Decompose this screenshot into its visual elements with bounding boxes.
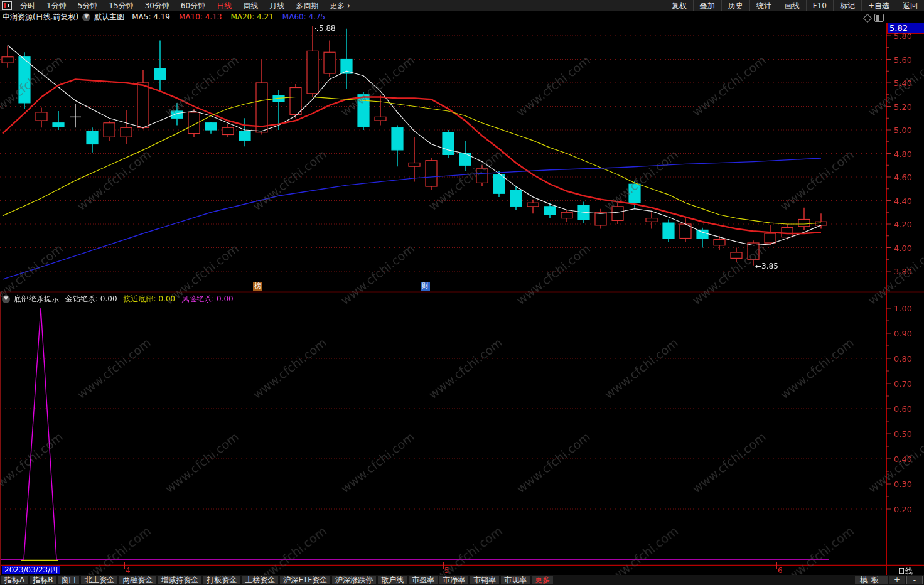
indicator-tab-市销率[interactable]: 市销率 <box>470 576 499 584</box>
toolbar-item-+自选[interactable]: +自选 <box>861 0 896 11</box>
ma-value-label-1: MA5: 4.19 <box>132 13 170 21</box>
indicator-axis-label: 0.20 <box>894 505 923 514</box>
toolbar-menu: 复权叠加历史统计画线F10标记+自选返回 <box>665 0 924 11</box>
titlebar: 中润资源(日线.前复权) ▼ 默认主图 MA5: 4.19MA10: 4.13M… <box>0 11 924 23</box>
main-layout-label[interactable]: 默认主图 <box>94 12 124 23</box>
candle-body <box>375 117 386 121</box>
candle-body <box>443 132 454 155</box>
toolbar-item-返回[interactable]: 返回 <box>896 0 924 11</box>
indicator-axis-label: 0.30 <box>894 480 923 489</box>
period-menu: 分时1分钟5分钟15分钟30分钟60分钟日线周线月线多周期更多 › <box>0 0 356 11</box>
chevron-down-icon[interactable]: ▼ <box>82 13 90 21</box>
indicator-tab-沪深ETF资金[interactable]: 沪深ETF资金 <box>280 576 330 584</box>
price-axis-label: 4.00 <box>894 244 923 253</box>
period-menu-item-9[interactable]: 月线 <box>264 0 290 11</box>
candle-body <box>646 218 657 222</box>
indicator-tab-北上资金[interactable]: 北上资金 <box>81 576 117 584</box>
candle-body <box>171 111 183 118</box>
candle-body <box>493 174 505 193</box>
price-axis-label: 5.80 <box>894 31 923 41</box>
indicator-tab-打板资金[interactable]: 打板资金 <box>203 576 240 584</box>
candle-body <box>544 207 556 215</box>
ma-value-label-3: MA20: 4.21 <box>230 13 273 21</box>
trading-app-window: www.cfchi.comwww.cfchi.comwww.cfchi.comw… <box>0 0 924 585</box>
chart-canvas[interactable] <box>0 0 924 585</box>
toolbar-item-历史[interactable]: 历史 <box>721 0 749 11</box>
ma20-line <box>3 97 821 225</box>
candle-body <box>19 57 30 103</box>
tabbar-right-controls: 模板 + - <box>855 576 923 584</box>
period-menu-item-4[interactable]: 15分钟 <box>103 0 139 11</box>
candle-body <box>426 161 437 186</box>
indicator-tab-上榜资金[interactable]: 上榜资金 <box>242 576 278 584</box>
candle-body <box>290 88 301 115</box>
ma-value-label-4: MA60: 4.75 <box>282 13 325 21</box>
indicator-tab-窗口[interactable]: 窗口 <box>58 576 79 584</box>
period-menu-item-1[interactable]: 分时 <box>14 0 41 11</box>
period-menu-item-7[interactable]: 日线 <box>211 0 237 11</box>
candle-body <box>409 163 420 167</box>
candle-body <box>510 190 522 207</box>
app-icon[interactable] <box>2 1 12 10</box>
toolbar-item-F10[interactable]: F10 <box>806 0 833 11</box>
high-price-annotation: 5.88 <box>319 24 336 33</box>
split-window-icon[interactable] <box>874 14 884 22</box>
candle-body <box>629 184 640 203</box>
event-badge-榜[interactable]: 榜 <box>253 282 262 291</box>
zoom-in-button[interactable]: + <box>889 576 905 584</box>
low-price-annotation: ←3.85 <box>755 262 778 271</box>
indicator-tab-指标A[interactable]: 指标A <box>1 576 28 584</box>
indicator-tab-沪深涨跌停[interactable]: 沪深涨跌停 <box>332 576 376 584</box>
zoom-out-button[interactable]: - <box>906 576 923 584</box>
candle-body <box>697 230 708 238</box>
period-menu-item-8[interactable]: 周线 <box>237 0 264 11</box>
candle-body <box>222 127 234 134</box>
price-axis-label: 4.80 <box>894 149 923 159</box>
period-menu-item-2[interactable]: 1分钟 <box>41 0 72 11</box>
candle-body <box>765 233 776 243</box>
candle-body <box>121 127 132 137</box>
titlebar-icons <box>864 14 884 22</box>
indicator-tab-散户线[interactable]: 散户线 <box>378 576 407 584</box>
indicator-tab-市净率[interactable]: 市净率 <box>439 576 468 584</box>
indicator-label-1[interactable]: 底部绝杀提示 <box>14 294 59 304</box>
template-button[interactable]: 模板 <box>855 576 888 584</box>
candle-body <box>612 207 623 221</box>
candle-body <box>205 123 217 130</box>
candle-body <box>2 57 13 63</box>
indicator-tab-指标B[interactable]: 指标B <box>30 576 56 584</box>
indicator-tab-两融资金[interactable]: 两融资金 <box>119 576 156 584</box>
toolbar-item-叠加[interactable]: 叠加 <box>693 0 721 11</box>
ma10-line <box>3 79 821 233</box>
indicator-tab-市盈率[interactable]: 市盈率 <box>409 576 438 584</box>
toolbar-item-复权[interactable]: 复权 <box>665 0 693 11</box>
high-callout <box>314 27 318 31</box>
candle-body <box>324 52 335 73</box>
toolbar-item-画线[interactable]: 画线 <box>778 0 806 11</box>
indicator-tab-市现率[interactable]: 市现率 <box>501 576 530 584</box>
candle-body <box>36 112 47 121</box>
period-menu-item-6[interactable]: 60分钟 <box>175 0 211 11</box>
event-badge-财[interactable]: 财 <box>421 282 430 291</box>
indicator-axis-label: 0.50 <box>894 429 923 439</box>
stock-title[interactable]: 中润资源(日线.前复权) <box>3 12 78 23</box>
candle-body <box>137 83 149 127</box>
diamond-icon[interactable] <box>863 13 872 22</box>
toolbar-item-标记[interactable]: 标记 <box>833 0 861 11</box>
period-menu-item-3[interactable]: 5分钟 <box>72 0 104 11</box>
candle-body <box>527 203 539 207</box>
period-menu-item-10[interactable]: 多周期 <box>290 0 324 11</box>
candle-body <box>798 220 810 227</box>
start-date-label: 2023/03/23/四 <box>2 566 60 574</box>
period-menu-item-11[interactable]: 更多 › <box>324 0 356 11</box>
indicator-axis-label: 1.00 <box>894 304 923 313</box>
chevron-down-icon[interactable]: ▼ <box>2 295 10 303</box>
period-menu-item-5[interactable]: 30分钟 <box>139 0 175 11</box>
candle-body <box>782 228 793 237</box>
indicator-tab-增减持资金[interactable]: 增减持资金 <box>158 576 201 584</box>
indicator-tab-more[interactable]: 更多 <box>532 576 553 584</box>
candle-body <box>239 131 250 141</box>
candle-body <box>561 212 572 218</box>
toolbar-item-统计[interactable]: 统计 <box>749 0 778 11</box>
candle-body <box>154 69 166 80</box>
